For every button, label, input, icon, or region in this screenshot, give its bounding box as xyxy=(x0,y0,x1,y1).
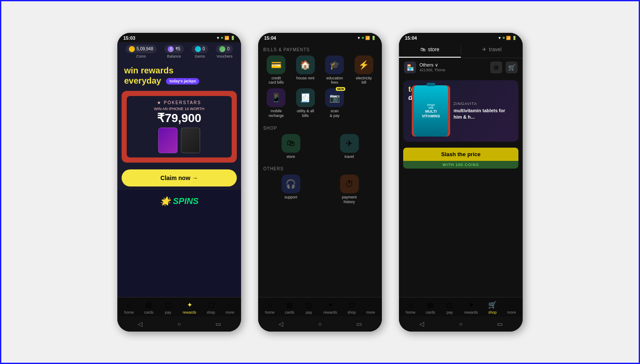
slash-section: Slash the price WITH 100 COINS xyxy=(403,148,518,169)
location-icons: ⊞ 🛒 xyxy=(490,61,518,73)
pay-icon-2: ◫ xyxy=(305,301,313,309)
electricity-bill[interactable]: ⚡ electricitybill xyxy=(351,55,377,85)
back-btn-2[interactable]: ◁ xyxy=(277,320,285,328)
phone3-content: 🛍 store ✈ travel 🏪 Others ∨ 421306, Thon… xyxy=(399,42,523,297)
store-label: store xyxy=(286,154,295,159)
coins-value: 5,09,948 xyxy=(137,47,153,51)
house-rent[interactable]: 🏠 house rent xyxy=(293,55,319,85)
rupee-icon: ₹ xyxy=(168,46,174,52)
vouchers-label: Vouchers xyxy=(216,54,233,58)
home-btn-2[interactable]: ○ xyxy=(316,320,324,328)
shop-icon-1: ◻ xyxy=(207,301,215,309)
recents-btn-1[interactable]: ▭ xyxy=(214,320,222,328)
grid-icon[interactable]: ⊞ xyxy=(490,61,502,73)
nav-rewards-3[interactable]: ✦ rewards xyxy=(464,301,478,314)
scan-pay[interactable]: 📷 NEW scan& pay xyxy=(322,88,348,118)
tab-travel[interactable]: ✈ travel xyxy=(461,42,523,58)
education-fees[interactable]: 🎓 educationfees xyxy=(322,55,348,85)
nav-rewards-label-1: rewards xyxy=(183,310,196,314)
nav-pay-2[interactable]: ◫ pay xyxy=(305,301,313,314)
bills-grid: 💳 creditcard bills 🏠 house rent 🎓 educat… xyxy=(263,55,377,118)
more-icon-2: ··· xyxy=(367,301,375,309)
slash-button[interactable]: Slash the price xyxy=(403,148,518,161)
support-item[interactable]: 🎧 support xyxy=(263,175,318,204)
others-grid: 🎧 support ⏱ paymenthistory xyxy=(263,175,377,204)
back-btn-1[interactable]: ◁ xyxy=(136,320,145,328)
pay-icon-1: ◫ xyxy=(164,301,172,309)
mobile-recharge[interactable]: 📱 mobilerecharge xyxy=(263,88,289,118)
nav-shop-1[interactable]: ◻ shop xyxy=(207,301,215,314)
more-icon-3: ··· xyxy=(507,301,516,309)
status-icons-1: ▼ 📶 🔋 xyxy=(216,36,235,40)
bottom-nav-2: ⌂ home ▤ cards ◫ pay ✦ rewards ◻ shop ··… xyxy=(258,297,382,316)
gem-icon xyxy=(195,46,201,52)
nav-more-2[interactable]: ··· more xyxy=(366,301,375,314)
nav-rewards-label-2: rewards xyxy=(323,310,337,314)
nav-rewards-2[interactable]: ✦ rewards xyxy=(323,301,337,314)
mobile-icon: 📱 xyxy=(267,88,285,107)
recents-btn-2[interactable]: ▭ xyxy=(355,320,363,328)
home-icon-1: ⌂ xyxy=(125,301,133,309)
payment-history-item[interactable]: ⏱ paymenthistory xyxy=(322,175,377,204)
tab-store[interactable]: 🛍 store xyxy=(399,42,461,58)
phone2-content: BILLS & PAYMENTS 💳 creditcard bills 🏠 ho… xyxy=(258,42,382,297)
nav-cards-2[interactable]: ▤ cards xyxy=(285,301,294,314)
nav-cards-3[interactable]: ▤ cards xyxy=(426,301,435,314)
location-name[interactable]: Others ∨ xyxy=(419,62,487,68)
payment-history-icon: ⏱ xyxy=(340,175,359,193)
promo-brand: ★ POKERSTARS xyxy=(131,100,227,105)
location-avatar: 🏪 xyxy=(404,61,416,73)
nav-rewards-label-3: rewards xyxy=(464,310,478,314)
nav-cards-1[interactable]: ▤ cards xyxy=(144,301,154,314)
recents-btn-3[interactable]: ▭ xyxy=(495,320,504,328)
shop-icon-3: 🛒 xyxy=(488,301,497,309)
shop-grid: 🛍 store ✈ travel xyxy=(263,134,377,159)
pink-card: zingavita MULTIVITAMINS xyxy=(412,85,450,137)
phone-3: 15:04 ▼ 📶 🔋 🛍 store ✈ travel 🏪 xyxy=(399,33,523,332)
spins-banner: 🌟 SPINS xyxy=(117,190,241,297)
home-btn-1[interactable]: ○ xyxy=(175,320,183,328)
shop-icon-2: ◻ xyxy=(347,301,356,309)
store-item[interactable]: 🛍 store xyxy=(263,134,318,159)
product-name: multivitamin tablets for him & h... xyxy=(454,108,513,120)
nav-more-3[interactable]: ··· more xyxy=(507,301,516,314)
jackpot-badge[interactable]: today's jackpo xyxy=(166,78,199,84)
nav-shop-3[interactable]: 🛒 shop xyxy=(488,301,497,314)
claim-button[interactable]: Claim now → xyxy=(122,169,237,186)
travel-tab-label: travel xyxy=(489,47,501,52)
nav-more-1[interactable]: ··· more xyxy=(225,301,234,314)
location-sub: 421306, Thone xyxy=(419,68,487,72)
product-brand: ZINGAVITA xyxy=(454,102,513,106)
cards-icon-3: ▤ xyxy=(426,301,435,309)
electricity-icon: ⚡ xyxy=(355,55,373,74)
wallet-coins: 5,09,948 Coins xyxy=(125,45,157,58)
nav-home-1[interactable]: ⌂ home xyxy=(124,301,134,314)
nav-pay-3[interactable]: ◫ pay xyxy=(445,301,454,314)
home-btn-3[interactable]: ○ xyxy=(457,320,465,328)
voucher-icon xyxy=(219,46,225,52)
nav-home-3[interactable]: ⌂ home xyxy=(406,301,416,314)
nav-shop-2[interactable]: ◻ shop xyxy=(347,301,356,314)
credit-card-icon: 💳 xyxy=(267,55,285,74)
back-btn-3[interactable]: ◁ xyxy=(418,320,426,328)
nav-rewards-1[interactable]: ✦ rewards xyxy=(183,301,196,314)
nav-pay-1[interactable]: ◫ pay xyxy=(164,301,172,314)
headline-2: everyday xyxy=(124,76,161,85)
store-tab-label: store xyxy=(428,47,439,52)
wallet-vouchers: 0 Vouchers xyxy=(216,45,233,58)
nav-home-2[interactable]: ⌂ home xyxy=(265,301,275,314)
house-rent-label: house rent xyxy=(296,76,314,81)
travel-item[interactable]: ✈ travel xyxy=(322,134,377,159)
android-nav-1: ◁ ○ ▭ xyxy=(117,316,241,332)
nav-cards-label-3: cards xyxy=(426,310,435,314)
credit-card-bills[interactable]: 💳 creditcard bills xyxy=(263,55,289,85)
nav-more-label-1: more xyxy=(225,310,234,314)
others-section-title: OTHERS xyxy=(263,161,377,175)
phone-images xyxy=(131,128,227,153)
nav-more-label-3: more xyxy=(507,310,516,314)
store-header: 🛍 store ✈ travel xyxy=(399,42,523,58)
utility-bills[interactable]: 🧾 utility & allbills xyxy=(293,88,319,118)
nav-pay-label-3: pay xyxy=(447,310,453,314)
travel-label: travel xyxy=(344,154,354,159)
cart-icon[interactable]: 🛒 xyxy=(506,61,518,73)
